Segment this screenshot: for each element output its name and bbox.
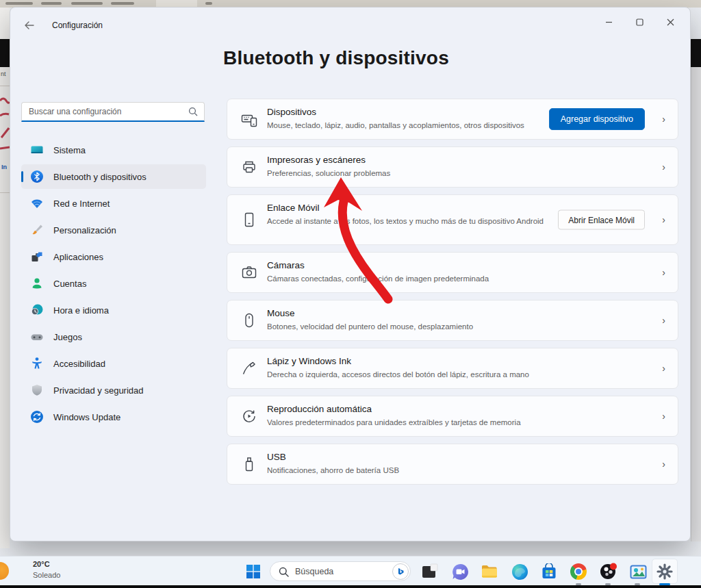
- usb-icon: [241, 456, 257, 472]
- taskbar-search-input[interactable]: [295, 563, 384, 580]
- sidebar-item-sistema[interactable]: Sistema: [21, 138, 206, 162]
- chrome-browser-button[interactable]: [569, 562, 588, 581]
- pen-icon: [241, 360, 257, 376]
- camera-icon: [241, 264, 257, 281]
- sidebar-item-personalizacion[interactable]: Personalización: [21, 218, 206, 242]
- chrome-icon: [570, 563, 587, 580]
- sidebar-item-cuentas[interactable]: Cuentas: [21, 271, 206, 296]
- bing-icon[interactable]: [392, 563, 409, 580]
- windows-start-icon: [246, 564, 261, 579]
- background-black-block: [0, 39, 10, 67]
- sidebar-item-accesibilidad[interactable]: Accesibilidad: [21, 351, 206, 376]
- open-phone-link-button[interactable]: Abrir Enlace Móvil: [558, 210, 645, 230]
- minimize-icon: [605, 18, 613, 26]
- titlebar: Configuración: [10, 8, 690, 40]
- back-arrow-icon: [24, 21, 34, 29]
- close-icon: [667, 18, 674, 26]
- obs-app-button[interactable]: [599, 562, 618, 581]
- network-icon: [30, 196, 44, 210]
- search-icon: [279, 567, 289, 577]
- system-icon: [30, 143, 44, 157]
- chevron-right-icon: ›: [662, 214, 665, 225]
- screen-bottom-edge: [0, 585, 701, 588]
- card-impresoras-y-escaneres[interactable]: Impresoras y escáneres Preferencias, sol…: [227, 146, 678, 188]
- privacy-icon: [30, 383, 44, 397]
- card-lapiz-y-windows-ink[interactable]: Lápiz y Windows Ink Derecha o izquierda,…: [227, 348, 678, 389]
- background-black-block: [691, 39, 701, 67]
- background-text-fragment: nt: [1, 71, 6, 77]
- minimize-button[interactable]: [594, 12, 624, 32]
- card-reproduccion-automatica[interactable]: Reproducción automática Valores predeter…: [227, 396, 678, 437]
- settings-search-input[interactable]: [29, 103, 179, 120]
- search-icon: [188, 107, 198, 116]
- microsoft-store-button[interactable]: [539, 562, 559, 581]
- desktop-icon: [422, 563, 438, 580]
- windows-update-icon: [30, 410, 44, 424]
- sidebar-nav: Sistema Bluetooth y dispositivos Red e I…: [21, 138, 206, 431]
- sidebar-item-hora-e-idioma[interactable]: Hora e idioma: [21, 298, 206, 322]
- page-title: Bluetooth y dispositivos: [223, 47, 449, 69]
- chevron-right-icon: ›: [662, 411, 665, 422]
- chat-icon: [452, 563, 469, 580]
- start-button[interactable]: [244, 562, 263, 581]
- gaming-icon: [30, 330, 44, 344]
- devices-icon: [241, 111, 257, 127]
- sidebar-item-red-e-internet[interactable]: Red e Internet: [21, 191, 206, 216]
- chat-app-button[interactable]: [450, 562, 470, 581]
- file-explorer-icon: [481, 563, 498, 580]
- app-title: Configuración: [52, 21, 103, 30]
- background-page-left: nt In: [0, 8, 10, 548]
- chevron-right-icon: ›: [662, 114, 665, 125]
- settings-gear-icon: [656, 563, 674, 580]
- autoplay-icon: [241, 408, 257, 424]
- sidebar-item-aplicaciones[interactable]: Aplicaciones: [21, 244, 206, 269]
- weather-widget[interactable]: 20°C Soleado: [0, 557, 89, 586]
- accounts-icon: [30, 277, 44, 290]
- card-enlace-movil[interactable]: Enlace Móvil Accede al instante a las fo…: [227, 194, 678, 245]
- background-window-edge: [691, 67, 701, 541]
- taskbar-search-box[interactable]: [270, 561, 411, 581]
- settings-window: Configuración Bluetooth y dispositivos: [10, 7, 691, 541]
- card-dispositivos[interactable]: Dispositivos Mouse, teclado, lápiz, audi…: [227, 99, 678, 140]
- sidebar-item-windows-update[interactable]: Windows Update: [21, 405, 206, 429]
- desktop-app-button[interactable]: [420, 562, 439, 581]
- sidebar-item-bluetooth-y-dispositivos[interactable]: Bluetooth y dispositivos: [21, 164, 206, 189]
- close-button[interactable]: [655, 12, 686, 32]
- time-language-icon: [30, 303, 44, 317]
- sidebar: Sistema Bluetooth y dispositivos Red e I…: [21, 102, 206, 122]
- edge-browser-button[interactable]: [510, 562, 529, 581]
- edge-icon: [511, 563, 528, 580]
- sidebar-item-juegos[interactable]: Juegos: [21, 324, 206, 349]
- obs-icon: [600, 563, 617, 580]
- accessibility-icon: [30, 357, 44, 370]
- settings-search-box[interactable]: [21, 102, 205, 122]
- printer-icon: [241, 159, 257, 175]
- bluetooth-icon: [30, 170, 44, 183]
- card-camaras[interactable]: Cámaras Cámaras conectadas, configuració…: [227, 252, 678, 293]
- file-explorer-button[interactable]: [480, 562, 499, 581]
- weather-temperature: 20°C: [33, 560, 50, 568]
- maximize-icon: [636, 18, 643, 26]
- chevron-right-icon: ›: [662, 459, 665, 470]
- back-button[interactable]: [20, 18, 38, 34]
- add-device-button[interactable]: Agregar dispositivo: [549, 108, 645, 130]
- settings-app-button[interactable]: [655, 562, 674, 581]
- card-usb[interactable]: USB Notificaciones, ahorro de batería US…: [227, 444, 678, 485]
- chevron-right-icon: ›: [662, 315, 665, 326]
- personalization-icon: [30, 223, 44, 237]
- taskbar: 20°C Soleado: [0, 556, 701, 585]
- apps-icon: [30, 250, 44, 264]
- background-red-scribble: [0, 95, 10, 170]
- store-icon: [541, 563, 557, 580]
- maximize-button[interactable]: [624, 12, 655, 32]
- chevron-right-icon: ›: [662, 162, 665, 172]
- mouse-icon: [241, 312, 257, 329]
- chevron-right-icon: ›: [662, 363, 665, 374]
- selected-indicator: [21, 171, 23, 182]
- phone-icon: [241, 212, 257, 228]
- sidebar-item-privacidad-y-seguridad[interactable]: Privacidad y seguridad: [21, 378, 206, 402]
- card-mouse[interactable]: Mouse Botones, velocidad del puntero del…: [227, 300, 678, 341]
- photos-app-button[interactable]: [628, 562, 648, 581]
- sun-icon: [0, 562, 9, 580]
- weather-condition: Soleado: [33, 571, 60, 579]
